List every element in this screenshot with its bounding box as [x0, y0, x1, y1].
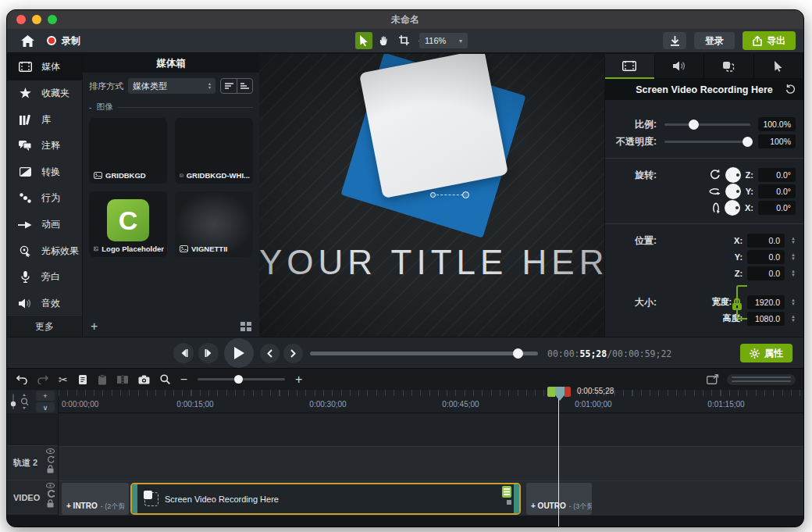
tab-cursor-properties[interactable]	[754, 54, 804, 78]
position-y-value[interactable]: 0.0	[747, 250, 785, 264]
position-x-stepper[interactable]: ▲▼	[791, 237, 796, 245]
sidebar-item-narration[interactable]: 旁白	[7, 264, 82, 291]
outro-clip[interactable]: + OUTRO - (3个剪	[526, 483, 592, 515]
sidebar-item-library[interactable]: 库	[7, 106, 82, 133]
canvas-white-square[interactable]	[359, 54, 508, 198]
aspect-lock[interactable]	[736, 285, 747, 320]
copy-button[interactable]	[78, 374, 87, 385]
tab-visual-properties[interactable]	[605, 54, 655, 78]
jump-back-button[interactable]	[260, 344, 280, 363]
tab-effects-properties[interactable]	[704, 54, 754, 78]
sidebar-item-animations[interactable]: 动画	[7, 212, 82, 238]
track-zoom-icon[interactable]	[20, 394, 29, 409]
sidebar-more-button[interactable]: 更多	[7, 316, 82, 337]
track-visibility-icon[interactable]	[46, 448, 55, 454]
step-backward-button[interactable]	[173, 343, 194, 363]
position-z-stepper[interactable]: ▲▼	[791, 270, 796, 277]
media-item-gridbkgd-white[interactable]: GRIDBKGD-WHI...	[175, 118, 253, 184]
play-button[interactable]	[224, 338, 254, 368]
sidebar-item-behaviors[interactable]: 行为	[7, 185, 82, 212]
jump-forward-button[interactable]	[283, 344, 303, 363]
rotate-z-icon[interactable]	[709, 169, 721, 180]
detach-timeline-button[interactable]	[707, 374, 719, 384]
timeline-zoom-knob[interactable]	[234, 375, 243, 384]
screenshot-button[interactable]	[138, 375, 150, 384]
sidebar-item-audio-effects[interactable]: 音效	[7, 291, 82, 317]
paste-button[interactable]	[98, 374, 107, 385]
height-value[interactable]: 1080.0	[747, 312, 785, 326]
sort-ascending-button[interactable]	[221, 79, 237, 93]
editor-canvas[interactable]: YOUR TITLE HERE	[259, 54, 604, 337]
clip-trim-handle-left[interactable]	[132, 484, 137, 513]
rotation-z-value[interactable]: 0.0°	[758, 168, 796, 182]
properties-toggle-button[interactable]: 属性	[740, 344, 792, 362]
record-button[interactable]: 录制	[47, 34, 80, 48]
track-height-slider[interactable]	[10, 394, 16, 409]
intro-clip[interactable]: + INTRO - (2个剪	[62, 483, 129, 515]
rotation-x-value[interactable]: 0.0°	[758, 201, 796, 215]
track-header-2[interactable]: 轨道 2	[7, 445, 58, 480]
sort-descending-button[interactable]	[237, 79, 252, 93]
timeline-zoom-slider[interactable]	[198, 378, 285, 380]
login-button[interactable]: 登录	[694, 32, 735, 49]
track-lane-video[interactable]: + INTRO - (2个剪 Screen Video Recording He…	[59, 480, 803, 516]
rotate-x-knob[interactable]	[725, 200, 740, 216]
track-lock-icon[interactable]	[47, 465, 54, 473]
add-media-button[interactable]: +	[91, 320, 98, 334]
rotate-x-icon[interactable]	[712, 202, 720, 214]
position-x-value[interactable]: 0.0	[747, 234, 785, 248]
scale-slider[interactable]	[664, 123, 750, 126]
opacity-slider-knob[interactable]	[743, 137, 753, 147]
media-item-gridbkgd[interactable]: GRIDBKGD	[89, 118, 167, 184]
screen-recording-clip[interactable]: Screen Video Recording Here	[130, 483, 521, 515]
sidebar-item-media[interactable]: 媒体	[7, 54, 82, 80]
crop-tool-button[interactable]	[396, 32, 413, 49]
cut-button[interactable]: ✂	[59, 373, 68, 386]
sidebar-item-favorites[interactable]: 收藏夹	[7, 80, 82, 107]
media-item-vignette[interactable]: VIGNETTII	[175, 191, 253, 257]
download-button[interactable]	[663, 32, 686, 49]
bin-view-toggle-icon[interactable]	[240, 322, 251, 331]
undo-button[interactable]	[16, 375, 27, 384]
position-z-value[interactable]: 0.0	[747, 266, 785, 280]
sidebar-item-annotations[interactable]: 注释	[7, 133, 82, 159]
scale-slider-knob[interactable]	[689, 120, 699, 130]
collapse-caret-icon[interactable]: -	[89, 102, 92, 112]
canvas-title-text[interactable]: YOUR TITLE HERE	[259, 243, 604, 282]
add-track-button[interactable]: +	[36, 391, 55, 401]
sort-by-select[interactable]: 媒体类型 ▴▾	[128, 78, 215, 94]
export-button[interactable]: 导出	[743, 31, 796, 50]
media-item-logo-placeholder[interactable]: C Logo Placeholder	[89, 191, 167, 257]
reset-properties-button[interactable]	[785, 84, 796, 95]
timeline-scrollbar[interactable]	[727, 374, 796, 385]
track-lock-icon[interactable]	[47, 499, 54, 508]
clip-trim-handle-right[interactable]	[514, 484, 519, 513]
height-stepper[interactable]: ▲▼	[791, 315, 796, 323]
rotation-y-value[interactable]: 0.0°	[758, 184, 796, 198]
track-header-video[interactable]: VIDEO	[7, 480, 58, 515]
opacity-slider[interactable]	[664, 141, 750, 143]
zoom-select[interactable]: 116% ▾	[419, 33, 468, 48]
sidebar-item-cursor-effects[interactable]: 光标效果	[7, 237, 82, 264]
track-magnet-icon[interactable]	[47, 490, 55, 498]
opacity-value[interactable]: 100%	[758, 134, 796, 148]
width-stepper[interactable]: ▲▼	[791, 298, 796, 306]
position-y-stepper[interactable]: ▲▼	[791, 253, 796, 261]
scrubber-knob[interactable]	[513, 348, 523, 359]
track-lane-2[interactable]	[59, 446, 803, 480]
timeline-zoom-button[interactable]	[160, 374, 170, 384]
timeline-body[interactable]: 0:00:00;00 0:00:15;00 0:00:30;00 0:00:45…	[59, 390, 803, 527]
rotate-y-knob[interactable]	[725, 184, 741, 199]
clip-grip-handle[interactable]	[507, 500, 511, 505]
sidebar-item-transitions[interactable]: 转换	[7, 159, 82, 186]
home-button[interactable]	[21, 35, 34, 47]
track-visibility-icon[interactable]	[46, 483, 55, 488]
step-forward-button[interactable]	[198, 343, 219, 363]
collapse-tracks-button[interactable]: ∨	[36, 402, 55, 412]
scale-value[interactable]: 100.0%	[758, 117, 796, 131]
select-tool-button[interactable]	[355, 32, 372, 49]
split-button[interactable]	[117, 375, 128, 384]
playback-scrubber[interactable]	[310, 352, 538, 355]
rotate-z-knob[interactable]	[725, 167, 741, 183]
width-value[interactable]: 1920.0	[747, 295, 785, 309]
